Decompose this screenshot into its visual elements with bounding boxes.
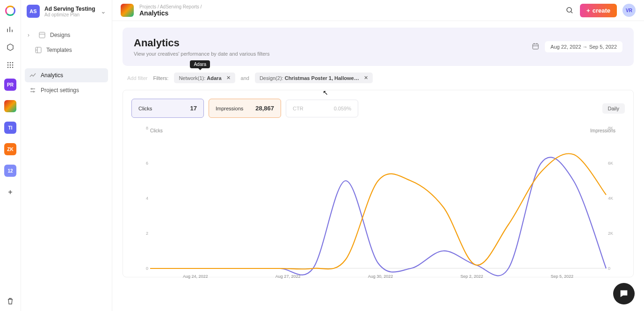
apps-grid-icon[interactable]	[6, 61, 14, 69]
hero-title: Analytics	[134, 37, 532, 49]
topbar: Projects / AdServing Reports / Analytics…	[112, 0, 644, 21]
date-range-picker[interactable]: Aug 22, 2022 → Sep 5, 2022	[545, 41, 622, 52]
filters-row: Add filter Filters: Adara Network(1): Ad…	[123, 66, 634, 86]
sidebar-label-analytics: Analytics	[41, 72, 63, 79]
sidebar-label-designs: Designs	[50, 32, 70, 38]
svg-point-3	[7, 65, 9, 66]
filter-tooltip: Adara	[190, 60, 210, 68]
workspace-plan: Ad optimize Plan	[44, 12, 96, 17]
sidebar-item-analytics[interactable]: Analytics	[25, 68, 108, 82]
metric-clicks[interactable]: Clicks 17	[131, 99, 204, 118]
svg-point-4	[10, 65, 11, 66]
main-content: Analytics View your creatives' performan…	[112, 21, 644, 311]
workspace-name: Ad Serving Testing	[44, 6, 96, 12]
svg-rect-9	[39, 32, 45, 38]
filter-chip-network[interactable]: Adara Network(1): Adara ✕	[174, 72, 235, 83]
sidebar-item-settings[interactable]: Project settings	[25, 83, 108, 97]
app-logo[interactable]	[5, 6, 15, 16]
workspace-avatar: AS	[27, 5, 40, 18]
page-title: Analytics	[139, 9, 202, 17]
user-avatar[interactable]: VR	[622, 4, 636, 17]
hero-subtitle: View your creatives' performance by date…	[134, 51, 532, 57]
svg-point-0	[7, 62, 9, 64]
analytics-card: Clicks 17 Impressions 28,867 CTR 0.059% …	[123, 90, 634, 277]
sliders-icon	[29, 87, 36, 94]
search-button[interactable]	[565, 6, 574, 15]
sidebar: AS Ad Serving Testing Ad optimize Plan ⌄…	[21, 0, 112, 311]
workspace-tile-img[interactable]	[4, 100, 16, 112]
metric-value: 17	[190, 105, 197, 112]
trash-icon[interactable]	[6, 297, 14, 305]
workspace-tile-12[interactable]: 12	[4, 165, 16, 177]
metric-impressions[interactable]: Impressions 28,867	[209, 99, 281, 118]
trend-icon	[29, 72, 36, 79]
layout-icon	[39, 32, 45, 38]
sidebar-item-templates[interactable]: Templates	[25, 43, 108, 57]
workspace-tile-zk[interactable]: ZK	[4, 143, 16, 155]
sidebar-item-designs[interactable]: › Designs	[25, 28, 108, 42]
svg-point-8	[12, 67, 14, 68]
x-axis: Aug 24, 2022Aug 27, 2022Aug 30, 2022Sep …	[150, 274, 606, 279]
svg-point-6	[7, 67, 9, 68]
breadcrumb[interactable]: Projects / AdServing Reports /	[139, 4, 202, 9]
filters-label: Filters:	[153, 75, 168, 81]
add-filter-button[interactable]: Add filter	[127, 75, 147, 81]
filter-and: and	[241, 75, 249, 81]
hexagon-icon[interactable]	[6, 43, 14, 51]
remove-filter-icon[interactable]: ✕	[364, 75, 368, 81]
remove-filter-icon[interactable]: ✕	[226, 75, 231, 81]
metric-label: Clicks	[138, 106, 152, 111]
line-chart: 0246802K4K6K8K	[150, 128, 606, 268]
project-avatar[interactable]	[121, 4, 134, 17]
svg-point-7	[10, 67, 11, 68]
create-button[interactable]: +create	[580, 4, 617, 17]
plus-icon: +	[586, 7, 590, 14]
workspace-tile-pr[interactable]: PR	[4, 79, 16, 91]
workspace-switcher[interactable]: AS Ad Serving Testing Ad optimize Plan ⌄	[21, 0, 112, 22]
svg-rect-12	[533, 44, 538, 49]
sidebar-label-templates: Templates	[46, 47, 72, 53]
svg-point-1	[10, 62, 11, 64]
metric-value: 0.059%	[334, 106, 351, 111]
add-workspace-button[interactable]: +	[4, 186, 16, 198]
svg-point-2	[12, 62, 14, 64]
svg-point-5	[12, 65, 14, 66]
metric-label: Impressions	[216, 106, 243, 111]
metric-value: 28,867	[255, 105, 274, 112]
workspace-tile-ti[interactable]: TI	[4, 122, 16, 134]
filter-chip-design[interactable]: Design(2): Christmas Poster 1, Hallowe… …	[255, 72, 373, 83]
template-icon	[35, 47, 42, 53]
granularity-toggle[interactable]: Daily	[602, 103, 625, 114]
chevron-down-icon: ⌄	[101, 7, 106, 15]
stats-icon[interactable]	[6, 25, 14, 34]
chevron-right-icon: ›	[28, 32, 34, 38]
left-rail: PR TI ZK 12 +	[0, 0, 21, 311]
sidebar-label-settings: Project settings	[41, 87, 79, 94]
create-label: create	[593, 7, 610, 14]
calendar-icon[interactable]	[532, 43, 539, 51]
metric-label: CTR	[293, 106, 304, 111]
metric-ctr[interactable]: CTR 0.059%	[286, 100, 358, 117]
chart-container: Clicks Impressions 0246802K4K6K8K Aug 24…	[131, 128, 625, 268]
chat-fab[interactable]	[613, 283, 635, 304]
svg-point-11	[567, 7, 572, 12]
metric-row: Clicks 17 Impressions 28,867 CTR 0.059% …	[131, 99, 625, 118]
